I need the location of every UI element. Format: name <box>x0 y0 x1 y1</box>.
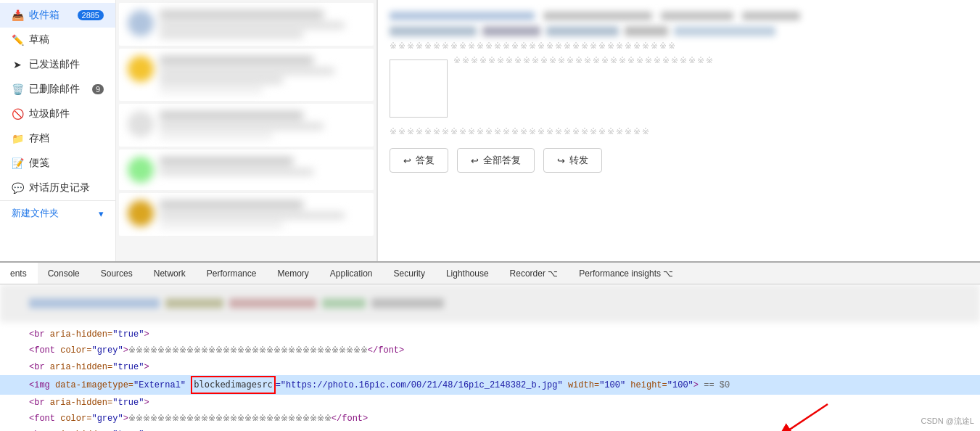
user-label: @流途L <box>946 416 974 425</box>
tab-sources[interactable]: Sources <box>91 263 144 284</box>
reply-label: 答复 <box>416 154 435 167</box>
email-content: ※※※※※※※※※※※※※※※※※※※※※※※※※※※※※※※※※ ※※※※※※… <box>377 0 980 261</box>
sidebar-item-label: 垃圾邮件 <box>29 107 70 120</box>
tab-memory[interactable]: Memory <box>267 263 319 284</box>
mail-meta <box>160 10 365 38</box>
highlight-blockedimagesrc: blockedimagesrc <box>191 376 275 393</box>
sidebar-item-inbox[interactable]: 📥 收件箱 2885 <box>0 3 115 28</box>
tab-security-label: Security <box>394 268 425 279</box>
inbox-icon: 📥 <box>12 9 23 21</box>
avatar <box>128 200 154 226</box>
sidebar: 📥 收件箱 2885 ✏️ 草稿 ➤ 已发送邮件 🗑️ 已删除邮件 9 🚫 垃圾… <box>0 0 116 261</box>
reply-button[interactable]: ↩ 答复 <box>390 148 448 173</box>
avatar <box>128 10 154 36</box>
mail-item[interactable] <box>119 193 374 236</box>
reply-all-icon: ↩ <box>471 155 479 166</box>
new-folder-button[interactable]: 新建文件夹 ▾ <box>0 200 115 226</box>
tab-application[interactable]: Application <box>320 263 384 284</box>
chevron-down-icon: ▾ <box>99 208 104 219</box>
sidebar-item-label: 存档 <box>29 132 49 145</box>
mail-sender <box>160 10 324 19</box>
code-area: <br aria-hidden="true"> <font color="gre… <box>0 324 980 431</box>
devtools-panel: ents Console Sources Network Performance… <box>0 261 980 431</box>
reply-all-button[interactable]: ↩ 全部答复 <box>457 148 535 173</box>
mail-meta <box>160 157 365 176</box>
mail-meta <box>160 200 365 229</box>
email-x-text-top: ※※※※※※※※※※※※※※※※※※※※※※※※※※※※※※※※※ <box>390 41 968 51</box>
tab-perf-insights[interactable]: Performance insights ⌥ <box>569 263 684 284</box>
mail-meta <box>160 111 365 139</box>
history-icon: 💬 <box>12 182 23 194</box>
email-x-text-bottom: ※※※※※※※※※※※※※※※※※※※※※※※※※※※※※※ <box>390 126 968 136</box>
tab-network-label: Network <box>154 268 186 279</box>
annotation-arrow-svg <box>777 397 835 431</box>
sidebar-item-sent[interactable]: ➤ 已发送邮件 <box>0 52 115 77</box>
mail-item[interactable] <box>119 49 374 101</box>
sidebar-item-label: 对话历史记录 <box>29 181 90 194</box>
mail-item[interactable] <box>119 149 374 190</box>
archive-icon: 📁 <box>12 133 23 144</box>
mail-preview <box>160 31 303 38</box>
email-x-text-side: ※※※※※※※※※※※※※※※※※※※※※※※※※※※※※※ <box>453 54 715 67</box>
annotation-arrow-container <box>777 397 835 431</box>
devtools-preview-strip <box>0 284 980 322</box>
avatar <box>128 56 154 82</box>
email-header-blurred <box>390 12 968 20</box>
sidebar-item-label: 草稿 <box>29 33 49 46</box>
email-image-placeholder <box>390 59 448 118</box>
sidebar-item-label: 已删除邮件 <box>29 83 80 96</box>
notes-icon: 📝 <box>12 157 23 169</box>
sidebar-item-trash[interactable]: 🗑️ 已删除邮件 9 <box>0 77 115 102</box>
tab-console[interactable]: Console <box>38 263 91 284</box>
tab-recorder-label: Recorder ⌥ <box>510 268 559 279</box>
sidebar-item-history[interactable]: 💬 对话历史记录 <box>0 176 115 200</box>
trash-badge: 9 <box>92 84 104 94</box>
email-client-area: 📥 收件箱 2885 ✏️ 草稿 ➤ 已发送邮件 🗑️ 已删除邮件 9 🚫 垃圾… <box>0 0 980 261</box>
reply-icon: ↩ <box>403 155 411 166</box>
forward-label: 转发 <box>569 154 588 167</box>
mail-subject <box>160 22 345 29</box>
mail-item[interactable] <box>119 104 374 147</box>
tab-security[interactable]: Security <box>384 263 436 284</box>
sidebar-item-spam[interactable]: 🚫 垃圾邮件 <box>0 102 115 126</box>
forward-button[interactable]: ↪ 转发 <box>543 148 602 173</box>
sidebar-item-label: 便笺 <box>29 157 49 170</box>
inbox-badge: 2885 <box>78 10 104 20</box>
app-container: 📥 收件箱 2885 ✏️ 草稿 ➤ 已发送邮件 🗑️ 已删除邮件 9 🚫 垃圾… <box>0 0 980 431</box>
tab-lighthouse[interactable]: Lighthouse <box>436 263 500 284</box>
tab-elements[interactable]: ents <box>0 263 38 284</box>
platform-label: CSDN <box>921 416 943 425</box>
tab-perf-insights-label: Performance insights ⌥ <box>579 268 673 279</box>
tab-network[interactable]: Network <box>144 263 197 284</box>
email-actions: ↩ 答复 ↩ 全部答复 ↪ 转发 <box>390 148 968 173</box>
reply-all-label: 全部答复 <box>483 154 521 167</box>
avatar <box>128 111 154 137</box>
sent-icon: ➤ <box>12 59 23 70</box>
email-image-area: ※※※※※※※※※※※※※※※※※※※※※※※※※※※※※※ <box>390 54 968 123</box>
avatar <box>128 157 154 183</box>
code-line-1: <br aria-hidden="true"> <box>0 327 980 342</box>
tab-performance-label: Performance <box>207 268 257 279</box>
devtools-content: <br aria-hidden="true"> <font color="gre… <box>0 284 980 431</box>
tab-sources-label: Sources <box>101 268 133 279</box>
devtools-tabs: ents Console Sources Network Performance… <box>0 263 980 284</box>
tab-elements-label: ents <box>10 268 27 279</box>
new-folder-label: 新建文件夹 <box>12 207 59 220</box>
sidebar-item-label: 收件箱 <box>29 9 59 22</box>
mail-item[interactable] <box>119 3 374 46</box>
trash-icon: 🗑️ <box>12 83 23 95</box>
code-line-4-highlighted: <img data-imagetype="External" blockedim… <box>0 375 980 394</box>
tab-performance[interactable]: Performance <box>197 263 268 284</box>
forward-icon: ↪ <box>557 155 565 166</box>
tab-console-label: Console <box>48 268 80 279</box>
sidebar-item-drafts[interactable]: ✏️ 草稿 <box>0 28 115 52</box>
sidebar-item-archive[interactable]: 📁 存档 <box>0 126 115 151</box>
mail-list <box>116 0 377 261</box>
spam-icon: 🚫 <box>12 108 23 120</box>
tab-application-label: Application <box>330 268 373 279</box>
tab-memory-label: Memory <box>277 268 308 279</box>
drafts-icon: ✏️ <box>12 34 23 46</box>
tab-recorder[interactable]: Recorder ⌥ <box>500 263 569 284</box>
mail-meta <box>160 56 365 94</box>
sidebar-item-notes[interactable]: 📝 便笺 <box>0 151 115 176</box>
